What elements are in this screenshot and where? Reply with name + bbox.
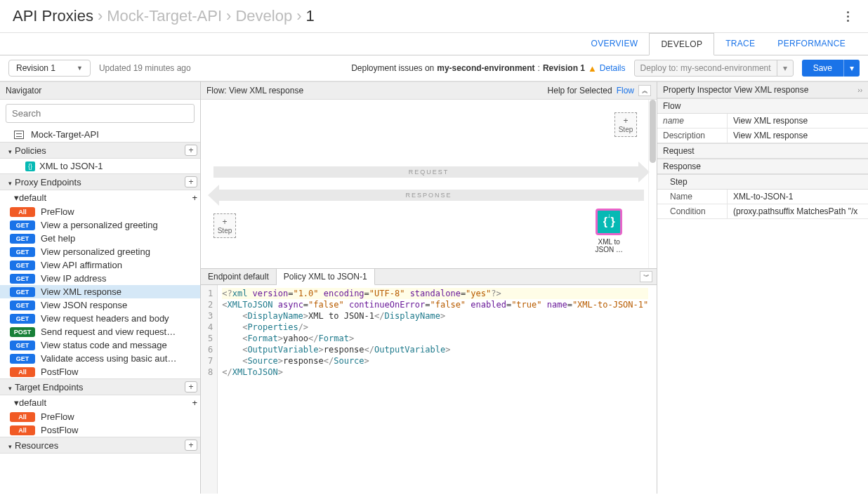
nav-flow-item[interactable]: GETView request headers and body (0, 312, 200, 325)
breadcrumb-proxy[interactable]: Mock-Target-API (107, 7, 222, 25)
nav-flow-label: PreFlow (41, 411, 74, 422)
nav-flow-item[interactable]: GETView API affirmation (0, 258, 200, 272)
collapse-code-icon[interactable]: ︾ (640, 271, 652, 282)
nav-flow-item[interactable]: AllPreFlow (0, 410, 200, 423)
nav-policies-header[interactable]: ▾Policies + (0, 142, 200, 159)
add-flow-button[interactable]: + (192, 192, 197, 203)
method-badge: All (10, 412, 35, 422)
code-tab-endpoint[interactable]: Endpoint default (201, 269, 277, 284)
kebab-menu-icon[interactable] (840, 8, 855, 24)
tab-overview[interactable]: OVERVIEW (580, 33, 650, 55)
deployment-issue-text: Deployment issues on my-second-environme… (351, 63, 625, 74)
chevron-right-icon: › (296, 7, 301, 25)
nav-root-item[interactable]: Mock-Target-API (0, 127, 200, 142)
nav-target-default[interactable]: ▾default + (0, 395, 200, 410)
nav-flow-label: View a personalized greeting (41, 220, 158, 230)
updated-label: Updated 19 minutes ago (99, 63, 191, 73)
expand-right-icon[interactable]: ›› (857, 86, 862, 94)
prop-row-condition: Condition (proxy.pathsuffix MatchesPath … (657, 204, 868, 219)
method-badge: GET (10, 301, 35, 310)
flow-canvas: + Step REQUEST RESPONSE + Step { } XML t… (201, 100, 657, 268)
method-badge: GET (10, 234, 35, 244)
prop-section-request: Request (657, 143, 868, 159)
deploy-to-select[interactable]: Deploy to: my-second-environment ▾ (634, 60, 794, 77)
breadcrumb-root[interactable]: API Proxies (13, 7, 93, 25)
prop-section-flow: Flow (657, 98, 868, 114)
add-target-flow-button[interactable]: + (192, 397, 197, 408)
nav-flow-label: PostFlow (41, 425, 78, 435)
nav-resources-header[interactable]: ▾Resources + (0, 437, 200, 454)
proxy-icon (14, 131, 24, 139)
add-step-button-bottom[interactable]: + Step (213, 213, 236, 238)
prop-row-description: Description View XML response (657, 128, 868, 143)
nav-flow-item[interactable]: GETValidate access using basic aut… (0, 352, 200, 365)
details-link[interactable]: Details (600, 63, 626, 73)
flow-help-link[interactable]: Flow (617, 86, 634, 95)
nav-flow-label: PreFlow (41, 206, 74, 217)
method-badge: All (10, 425, 35, 435)
nav-flow-label: Validate access using basic aut… (41, 353, 176, 364)
nav-proxy-default[interactable]: ▾default + (0, 190, 200, 205)
nav-policy-item[interactable]: {} XML to JSON-1 (0, 159, 200, 173)
nav-flow-item[interactable]: GETView status code and message (0, 338, 200, 352)
add-step-button-top[interactable]: + Step (614, 112, 637, 137)
plus-icon: + (216, 217, 234, 227)
method-badge: GET (10, 287, 35, 297)
policy-step-xml-to-json[interactable]: { } XML to JSON … (596, 209, 623, 253)
prop-section-step: Step (657, 174, 868, 190)
add-proxy-endpoint-button[interactable]: + (185, 176, 197, 187)
response-label: RESPONSE (405, 192, 452, 199)
nav-flow-item[interactable]: GETView IP address (0, 272, 200, 285)
add-resource-button[interactable]: + (185, 440, 197, 451)
search-input[interactable] (6, 104, 195, 123)
add-target-endpoint-button[interactable]: + (185, 381, 197, 392)
add-policy-button[interactable]: + (185, 145, 197, 156)
nav-flow-label: PostFlow (41, 367, 78, 377)
arrow-left-icon (208, 185, 219, 206)
code-tab-policy[interactable]: Policy XML to JSON-1 (277, 269, 375, 285)
nav-proxy-endpoints-header[interactable]: ▾Proxy Endpoints + (0, 173, 200, 190)
method-badge: All (10, 367, 35, 377)
save-button[interactable]: Save ▾ (802, 60, 860, 77)
nav-target-endpoints-header[interactable]: ▾Target Endpoints + (0, 378, 200, 395)
nav-flow-label: View XML response (41, 286, 121, 297)
method-badge: GET (10, 274, 35, 284)
method-badge: GET (10, 341, 35, 350)
nav-flow-label: View personalized greeting (41, 246, 150, 257)
nav-flow-label: Send request and view request… (41, 326, 176, 337)
nav-flow-item[interactable]: POSTSend request and view request… (0, 325, 200, 338)
nav-flow-item[interactable]: GETView a personalized greeting (0, 218, 200, 232)
caret-down-icon: ▾ (8, 443, 12, 450)
xml-to-json-icon: { } (596, 209, 622, 235)
nav-flow-item[interactable]: GETView personalized greeting (0, 245, 200, 258)
prop-section-response: Response (657, 159, 868, 174)
method-badge: GET (10, 247, 35, 257)
breadcrumb: API Proxies › Mock-Target-API › Develop … (13, 7, 840, 25)
breadcrumb-section[interactable]: Develop (235, 7, 292, 25)
caret-down-icon: ▾ (14, 192, 19, 203)
method-badge: POST (10, 327, 35, 337)
nav-flow-item[interactable]: AllPostFlow (0, 423, 200, 437)
vertical-scrollbar[interactable] (648, 100, 657, 268)
nav-flow-label: View API affirmation (41, 260, 122, 270)
chevron-down-icon: ▾ (843, 60, 860, 77)
method-badge: All (10, 207, 35, 217)
method-badge: GET (10, 220, 35, 230)
method-badge: GET (10, 260, 35, 270)
tab-performance[interactable]: PERFORMANCE (766, 33, 857, 55)
tab-develop[interactable]: DEVELOP (649, 33, 714, 55)
nav-flow-item[interactable]: AllPreFlow (0, 205, 200, 218)
nav-flow-item[interactable]: AllPostFlow (0, 365, 200, 378)
prop-row-step-name: Name XML-to-JSON-1 (657, 190, 868, 204)
code-editor[interactable]: 12345678 <?xml version="1.0" encoding="U… (201, 285, 657, 494)
revision-select[interactable]: Revision 1 ▼ (8, 60, 91, 77)
nav-flow-item[interactable]: GETView XML response (0, 285, 200, 298)
xml-to-json-icon: {} (25, 161, 35, 171)
tab-trace[interactable]: TRACE (714, 33, 766, 55)
request-label: REQUEST (409, 169, 449, 176)
collapse-up-icon[interactable]: ︽ (638, 85, 651, 96)
chevron-right-icon: › (98, 7, 103, 25)
property-inspector-header: Property Inspector View XML response ›› (657, 81, 868, 98)
nav-flow-item[interactable]: GETView JSON response (0, 298, 200, 312)
nav-flow-item[interactable]: GETGet help (0, 232, 200, 245)
